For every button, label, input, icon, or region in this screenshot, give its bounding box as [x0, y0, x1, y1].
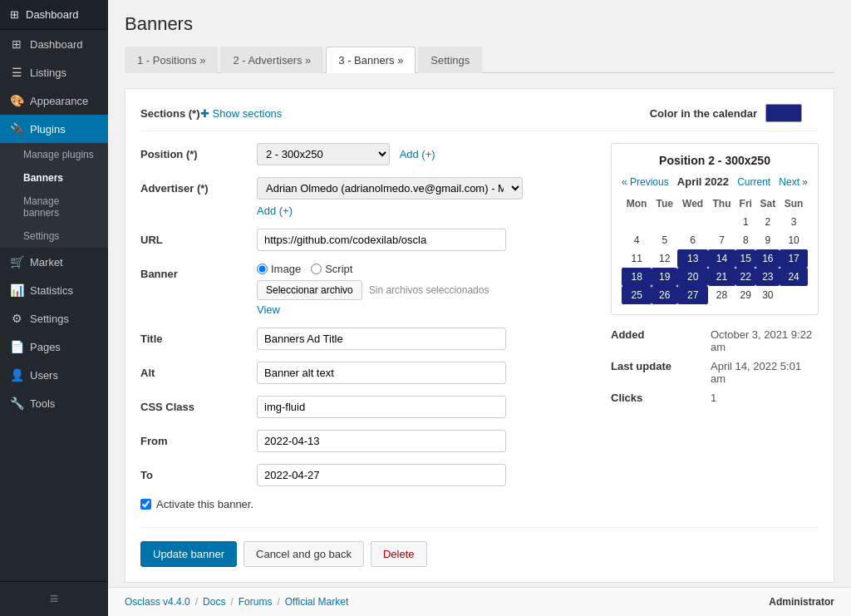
plus-icon: ✚	[200, 107, 209, 120]
tab-banners[interactable]: 3 - Banners »	[326, 47, 416, 73]
tab-settings[interactable]: Settings	[418, 47, 482, 73]
css-class-input[interactable]	[257, 396, 506, 418]
calendar-day-cell[interactable]: 19	[652, 268, 677, 286]
calendar-day-cell[interactable]: 1	[735, 213, 755, 231]
cal-header-sun: Sun	[780, 195, 808, 213]
tools-icon: 🔧	[10, 397, 23, 410]
calendar-day-cell[interactable]: 23	[755, 268, 780, 286]
calendar-day-cell[interactable]: 17	[780, 249, 808, 268]
url-input[interactable]	[257, 229, 506, 251]
sidebar-item-pages[interactable]: 📄 Pages	[0, 333, 108, 361]
sidebar-logo: ⊞ Dashboard	[0, 0, 108, 30]
submenu-manage-plugins[interactable]: Manage plugins	[0, 143, 108, 166]
advertiser-select[interactable]: Adrian Olmedo (adrianolmedo.ve@gmail.com…	[257, 177, 523, 200]
calendar-day-cell[interactable]: 28	[708, 286, 735, 304]
sidebar-item-dashboard[interactable]: ⊞ Dashboard	[0, 30, 108, 58]
calendar-day-cell[interactable]: 8	[735, 231, 755, 249]
metadata-section: Added October 3, 2021 9:22 am Last updat…	[611, 328, 819, 404]
calendar-prev-button[interactable]: « Previous	[622, 176, 669, 188]
meta-added-label: Added	[611, 328, 711, 353]
banner-type-image-radio[interactable]	[257, 264, 268, 274]
sidebar-item-users[interactable]: 👤 Users	[0, 361, 108, 389]
footer-admin-label: Administrator	[769, 596, 834, 608]
to-control	[257, 464, 594, 486]
show-sections-button[interactable]: ✚ Show sections	[200, 107, 283, 120]
alt-control	[257, 362, 594, 384]
banner-control: Image Script Seleccionar archivo Sin arc…	[257, 263, 594, 316]
title-control	[257, 328, 594, 350]
sidebar-item-listings[interactable]: ☰ Listings	[0, 58, 108, 86]
position-add-link[interactable]: Add (+)	[400, 148, 435, 160]
calendar-day-cell[interactable]: 2	[755, 213, 780, 231]
footer-official-market-link[interactable]: Official Market	[285, 596, 348, 608]
sidebar-item-tools[interactable]: 🔧 Tools	[0, 389, 108, 417]
calendar-day-cell[interactable]: 18	[622, 268, 652, 286]
sidebar-footer-toggle[interactable]: ≡	[0, 581, 108, 616]
to-input[interactable]	[257, 464, 506, 486]
footer-version-link[interactable]: Osclass v4.4.0	[125, 596, 190, 608]
calendar-day-cell[interactable]: 13	[677, 249, 708, 268]
calendar-day-cell[interactable]: 11	[622, 249, 652, 268]
sidebar-item-market[interactable]: 🛒 Market	[0, 248, 108, 276]
footer-forums-link[interactable]: Forums	[239, 596, 273, 608]
submenu-settings[interactable]: Settings	[0, 224, 108, 248]
banner-type-script-label[interactable]: Script	[311, 263, 352, 275]
calendar-day-cell[interactable]: 16	[755, 249, 780, 268]
calendar-day-cell[interactable]: 4	[622, 231, 652, 249]
color-swatch[interactable]	[765, 104, 802, 122]
banner-type-image-label[interactable]: Image	[257, 263, 301, 275]
activate-checkbox[interactable]	[140, 499, 151, 510]
position-select[interactable]: 2 - 300x2501 - 728x903 - 160x600	[257, 143, 390, 165]
update-banner-button[interactable]: Update banner	[140, 541, 237, 567]
submenu-banners[interactable]: Banners	[0, 166, 108, 190]
sidebar-item-settings[interactable]: ⚙ Settings	[0, 304, 108, 333]
calendar-day-cell[interactable]: 25	[622, 286, 652, 304]
calendar-day-cell[interactable]: 10	[780, 231, 808, 249]
footer-docs-link[interactable]: Docs	[203, 596, 225, 608]
calendar-current-button[interactable]: Current	[737, 176, 770, 188]
calendar-day-cell[interactable]: 14	[708, 249, 735, 268]
cancel-button[interactable]: Cancel and go back	[243, 541, 364, 567]
sidebar-item-pages-label: Pages	[30, 341, 61, 353]
tab-advertisers[interactable]: 2 - Advertisers »	[220, 47, 323, 73]
sidebar-logo-label[interactable]: Dashboard	[26, 8, 79, 21]
users-icon: 👤	[10, 368, 23, 382]
sections-row: Sections (*) ✚ Show sections Color in th…	[140, 104, 819, 131]
meta-added-value: October 3, 2021 9:22 am	[711, 328, 819, 353]
calendar-day-cell[interactable]: 20	[677, 268, 708, 286]
sidebar-item-market-label: Market	[30, 256, 63, 269]
calendar-day-cell[interactable]: 27	[677, 286, 708, 304]
calendar-day-cell[interactable]: 30	[755, 286, 780, 304]
css-class-row: CSS Class	[140, 396, 594, 418]
tab-positions[interactable]: 1 - Positions »	[125, 47, 218, 73]
calendar-day-cell[interactable]: 26	[652, 286, 677, 304]
title-input[interactable]	[257, 328, 506, 350]
from-control	[257, 430, 594, 452]
calendar-day-cell[interactable]: 29	[735, 286, 755, 304]
file-select-button[interactable]: Seleccionar archivo	[257, 280, 362, 300]
calendar-day-cell[interactable]: 7	[708, 231, 735, 249]
sidebar-item-appearance[interactable]: 🎨 Appearance	[0, 86, 108, 115]
pages-icon: 📄	[10, 340, 23, 353]
calendar-day-cell[interactable]: 22	[735, 268, 755, 286]
calendar-day-cell[interactable]: 5	[652, 231, 677, 249]
from-input[interactable]	[257, 430, 506, 452]
delete-button[interactable]: Delete	[371, 541, 427, 567]
calendar-week-row: 252627282930	[622, 286, 808, 304]
calendar-day-cell[interactable]: 9	[755, 231, 780, 249]
calendar-day-cell[interactable]: 15	[735, 249, 755, 268]
calendar-day-cell[interactable]: 21	[708, 268, 735, 286]
calendar-next-button[interactable]: Next »	[779, 176, 808, 188]
banner-type-script-radio[interactable]	[311, 264, 322, 274]
advertiser-add-link[interactable]: Add (+)	[257, 205, 293, 217]
calendar-day-cell[interactable]: 6	[677, 231, 708, 249]
sidebar-item-statistics[interactable]: 📊 Statistics	[0, 276, 108, 304]
calendar-day-cell[interactable]: 24	[780, 268, 808, 286]
alt-input[interactable]	[257, 362, 506, 384]
sidebar-item-plugins[interactable]: 🔌 Plugins	[0, 115, 108, 143]
submenu-manage-banners[interactable]: Manage banners	[0, 190, 108, 224]
calendar-day-cell[interactable]: 12	[652, 249, 677, 268]
calendar-day-cell[interactable]: 3	[780, 213, 808, 231]
view-link[interactable]: View	[257, 303, 280, 316]
banner-form: Sections (*) ✚ Show sections Color in th…	[125, 88, 834, 583]
